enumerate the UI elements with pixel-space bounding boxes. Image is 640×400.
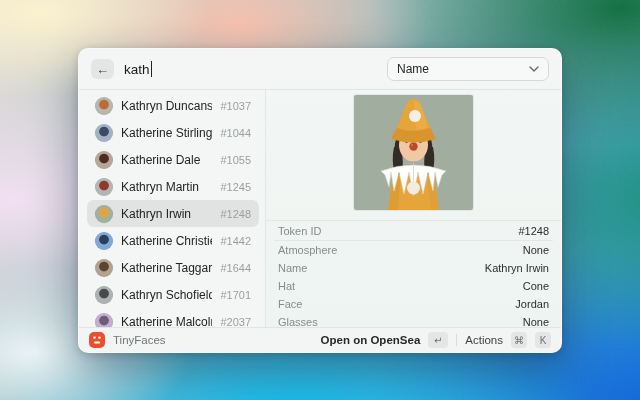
list-item-name: Katherine Dale: [121, 153, 212, 167]
list-item-name: Kathryn Duncanson: [121, 99, 212, 113]
attribute-label: Face: [278, 298, 302, 310]
avatar: [95, 313, 113, 328]
k-key-icon: K: [535, 332, 551, 348]
return-key-icon: ↵: [428, 332, 448, 348]
attribute-value: Kathryn Irwin: [485, 262, 549, 274]
list-item-id: #1055: [220, 154, 251, 166]
attribute-label: Hat: [278, 280, 295, 292]
list-item-name: Kathryn Martin: [121, 180, 212, 194]
list-item[interactable]: Kathryn Duncanson #1037: [87, 92, 259, 119]
list-item-name: Katherine Christie: [121, 234, 212, 248]
attribute-row: Atmosphere None: [266, 241, 561, 259]
list-item-id: #1442: [220, 235, 251, 247]
attribute-label: Atmosphere: [278, 244, 337, 256]
list-item-name: Katherine Malcolm: [121, 315, 212, 328]
avatar: [95, 151, 113, 169]
command-palette-window: ← kath Name Kathryn Duncanson #1037 Kath…: [78, 48, 562, 353]
filter-dropdown-value: Name: [397, 62, 429, 76]
list-item-id: #1644: [220, 262, 251, 274]
attribute-label: Token ID: [278, 225, 321, 237]
content-area: Kathryn Duncanson #1037 Katherine Stirli…: [79, 90, 561, 327]
avatar: [95, 286, 113, 304]
avatar: [95, 232, 113, 250]
attribute-value: None: [523, 244, 549, 256]
attribute-value: None: [523, 316, 549, 327]
avatar: [95, 178, 113, 196]
attributes-list: Token ID #1248 Atmosphere None Name Kath…: [266, 221, 561, 327]
text-caret: [151, 61, 153, 77]
list-item-id: #1701: [220, 289, 251, 301]
actions-button[interactable]: Actions: [465, 334, 503, 346]
list-item[interactable]: Kathryn Martin #1245: [87, 173, 259, 200]
list-item-id: #1248: [220, 208, 251, 220]
attribute-value: Cone: [523, 280, 549, 292]
token-image: [354, 95, 473, 210]
avatar: [95, 124, 113, 142]
attribute-value: Jordan: [515, 298, 549, 310]
footer-bar: TinyFaces Open on OpenSea ↵ Actions ⌘ K: [79, 327, 561, 352]
list-item[interactable]: Katherine Dale #1055: [87, 146, 259, 173]
attribute-row: Name Kathryn Irwin: [266, 259, 561, 277]
open-on-opensea-button[interactable]: Open on OpenSea: [321, 334, 421, 346]
list-item[interactable]: Katherine Christie #1442: [87, 227, 259, 254]
avatar: [95, 205, 113, 223]
list-item[interactable]: Katherine Taggart #1644: [87, 254, 259, 281]
filter-dropdown[interactable]: Name: [387, 57, 549, 81]
chevron-down-icon: [529, 66, 539, 72]
list-item[interactable]: Katherine Stirling #1044: [87, 119, 259, 146]
list-item[interactable]: Kathryn Irwin #1248: [87, 200, 259, 227]
search-bar: ← kath Name: [79, 49, 561, 89]
attribute-row: Glasses None: [266, 313, 561, 327]
back-button[interactable]: ←: [91, 59, 114, 79]
attribute-row: Hat Cone: [266, 277, 561, 295]
attribute-row: Token ID #1248: [266, 222, 561, 240]
list-item-id: #1044: [220, 127, 251, 139]
search-input-value: kath: [124, 62, 150, 77]
avatar: [95, 97, 113, 115]
back-arrow-icon: ←: [96, 62, 109, 77]
app-name: TinyFaces: [113, 334, 166, 346]
search-input[interactable]: kath: [124, 61, 152, 77]
results-list: Kathryn Duncanson #1037 Katherine Stirli…: [79, 90, 265, 327]
list-item-name: Kathryn Irwin: [121, 207, 212, 221]
footer-separator: [456, 334, 457, 346]
avatar: [95, 259, 113, 277]
attribute-value: #1248: [518, 225, 549, 237]
list-item-name: Katherine Stirling: [121, 126, 212, 140]
list-item-name: Katherine Taggart: [121, 261, 212, 275]
list-item-name: Kathryn Schofield: [121, 288, 212, 302]
attribute-label: Glasses: [278, 316, 318, 327]
attribute-label: Name: [278, 262, 307, 274]
detail-panel: Token ID #1248 Atmosphere None Name Kath…: [265, 90, 561, 327]
list-item[interactable]: Katherine Malcolm #2037: [87, 308, 259, 327]
command-key-icon: ⌘: [511, 332, 527, 348]
list-item-id: #2037: [220, 316, 251, 328]
attribute-row: Face Jordan: [266, 295, 561, 313]
list-item-id: #1037: [220, 100, 251, 112]
list-item[interactable]: Kathryn Schofield #1701: [87, 281, 259, 308]
list-item-id: #1245: [220, 181, 251, 193]
tinyfaces-logo-icon: [89, 332, 105, 348]
